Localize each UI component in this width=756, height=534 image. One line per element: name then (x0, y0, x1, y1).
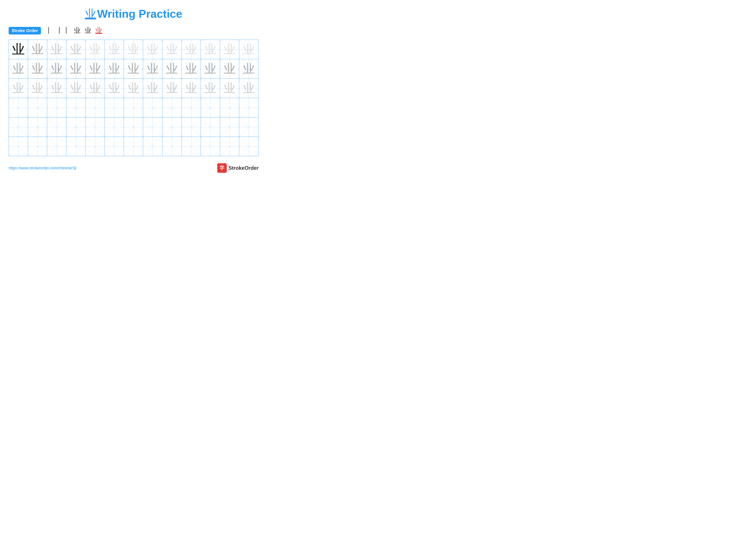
grid-cell-r5c13[interactable] (239, 117, 258, 137)
grid-cell-r3c13[interactable]: 业 (239, 79, 258, 98)
char-guide: 业 (243, 80, 255, 96)
stroke-step-5-final: 业 (95, 26, 102, 35)
grid-cell-r5c9[interactable] (162, 117, 182, 137)
grid-cell-r6c13[interactable] (239, 137, 258, 156)
grid-cell-r3c10[interactable]: 业 (182, 79, 201, 98)
grid-cell-r4c6[interactable] (105, 98, 124, 117)
stroke-order-section: Stroke Order 丨 丨丨 业 业 业 (9, 26, 258, 35)
grid-cell-r6c11[interactable] (201, 137, 220, 156)
grid-cell-r3c4[interactable]: 业 (67, 79, 86, 98)
grid-cell-r4c9[interactable] (162, 98, 182, 117)
grid-cell-r3c12[interactable]: 业 (220, 79, 239, 98)
grid-cell-r5c10[interactable] (182, 117, 201, 137)
grid-cell-r1c9[interactable]: 业 (162, 40, 182, 59)
grid-cell-r4c8[interactable] (143, 98, 162, 117)
grid-cell-r6c6[interactable] (105, 137, 124, 156)
grid-cell-r3c3[interactable]: 业 (47, 79, 67, 98)
grid-cell-r1c10[interactable]: 业 (182, 40, 201, 59)
svg-line-84 (67, 98, 85, 117)
grid-cell-r6c2[interactable] (28, 137, 47, 156)
grid-cell-r4c5[interactable] (86, 98, 105, 117)
grid-cell-r6c1[interactable] (9, 137, 28, 156)
svg-line-89 (105, 98, 124, 117)
svg-line-154 (239, 137, 258, 156)
grid-cell-r1c2[interactable]: 业 (28, 40, 47, 59)
char-guide: 业 (127, 80, 139, 96)
grid-cell-r1c3[interactable]: 业 (47, 40, 67, 59)
grid-cell-r1c13[interactable]: 业 (239, 40, 258, 59)
grid-cell-r6c7[interactable] (124, 137, 143, 156)
grid-cell-r6c10[interactable] (182, 137, 201, 156)
grid-cell-r1c4[interactable]: 业 (67, 40, 86, 59)
grid-cell-r5c3[interactable] (47, 117, 67, 137)
grid-row-3: 业 业 业 业 业 业 业 业 (9, 79, 258, 98)
grid-cell-r2c1[interactable]: 业 (9, 59, 28, 78)
grid-cell-r2c5[interactable]: 业 (86, 59, 105, 78)
char-guide: 业 (51, 80, 63, 96)
grid-cell-r5c4[interactable] (67, 117, 86, 137)
grid-cell-r4c3[interactable] (47, 98, 67, 117)
grid-cell-r2c7[interactable]: 业 (124, 59, 143, 78)
grid-cell-r2c6[interactable]: 业 (105, 59, 124, 78)
grid-cell-r2c4[interactable]: 业 (67, 59, 86, 78)
grid-cell-r2c10[interactable]: 业 (182, 59, 201, 78)
grid-cell-r5c11[interactable] (201, 117, 220, 137)
char-guide: 业 (204, 41, 216, 58)
grid-cell-r4c10[interactable] (182, 98, 201, 117)
grid-cell-r5c1[interactable] (9, 117, 28, 137)
grid-cell-r4c13[interactable] (239, 98, 258, 117)
grid-cell-r4c12[interactable] (220, 98, 239, 117)
grid-cell-r3c9[interactable]: 业 (162, 79, 182, 98)
grid-cell-r3c7[interactable]: 业 (124, 79, 143, 98)
grid-cell-r3c1[interactable]: 业 (9, 79, 28, 98)
grid-cell-r1c1[interactable]: 业 (9, 40, 28, 59)
grid-cell-r5c2[interactable] (28, 117, 47, 137)
svg-line-131 (9, 137, 28, 156)
grid-cell-r3c2[interactable]: 业 (28, 79, 47, 98)
grid-cell-r2c11[interactable]: 业 (201, 59, 220, 78)
grid-cell-r6c9[interactable] (162, 137, 182, 156)
grid-cell-r2c9[interactable]: 业 (162, 59, 182, 78)
svg-line-92 (143, 98, 162, 117)
grid-cell-r3c5[interactable]: 业 (86, 79, 105, 98)
grid-cell-r2c13[interactable]: 业 (239, 59, 258, 78)
grid-cell-r4c2[interactable] (28, 98, 47, 117)
grid-cell-r3c11[interactable]: 业 (201, 79, 220, 98)
svg-line-126 (220, 117, 239, 137)
grid-cell-r1c12[interactable]: 业 (220, 40, 239, 59)
grid-cell-r4c11[interactable] (201, 98, 220, 117)
grid-cell-r1c11[interactable]: 业 (201, 40, 220, 59)
footer-logo: 字 StrokeOrder (217, 163, 258, 173)
svg-line-120 (162, 117, 181, 137)
grid-cell-r6c5[interactable] (86, 137, 105, 156)
svg-line-94 (162, 98, 181, 117)
grid-cell-r5c6[interactable] (105, 117, 124, 137)
grid-cell-r6c8[interactable] (143, 137, 162, 156)
grid-cell-r1c5[interactable]: 业 (86, 40, 105, 59)
grid-cell-r6c3[interactable] (47, 137, 67, 156)
grid-cell-r5c7[interactable] (124, 117, 143, 137)
grid-cell-r6c4[interactable] (67, 137, 86, 156)
grid-cell-r6c12[interactable] (220, 137, 239, 156)
stroke-step-3: 业 (74, 26, 81, 35)
grid-cell-r4c7[interactable] (124, 98, 143, 117)
svg-line-82 (47, 98, 66, 117)
grid-cell-r1c6[interactable]: 业 (105, 40, 124, 59)
grid-cell-r2c3[interactable]: 业 (47, 59, 67, 78)
grid-cell-r3c6[interactable]: 业 (105, 79, 124, 98)
svg-line-151 (201, 137, 220, 156)
grid-cell-r2c8[interactable]: 业 (143, 59, 162, 78)
footer-url-link[interactable]: https://www.strokeorder.com/chinese/业 (9, 165, 77, 171)
grid-cell-r2c12[interactable]: 业 (220, 59, 239, 78)
grid-cell-r5c8[interactable] (143, 117, 162, 137)
svg-line-81 (28, 98, 47, 117)
grid-cell-r4c1[interactable] (9, 98, 28, 117)
grid-cell-r4c4[interactable] (67, 98, 86, 117)
grid-cell-r1c7[interactable]: 业 (124, 40, 143, 59)
grid-cell-r1c8[interactable]: 业 (143, 40, 162, 59)
grid-cell-r5c5[interactable] (86, 117, 105, 137)
grid-cell-r2c2[interactable]: 业 (28, 59, 47, 78)
grid-cell-r3c8[interactable]: 业 (143, 79, 162, 98)
grid-cell-r5c12[interactable] (220, 117, 239, 137)
char-guide: 业 (204, 80, 216, 96)
